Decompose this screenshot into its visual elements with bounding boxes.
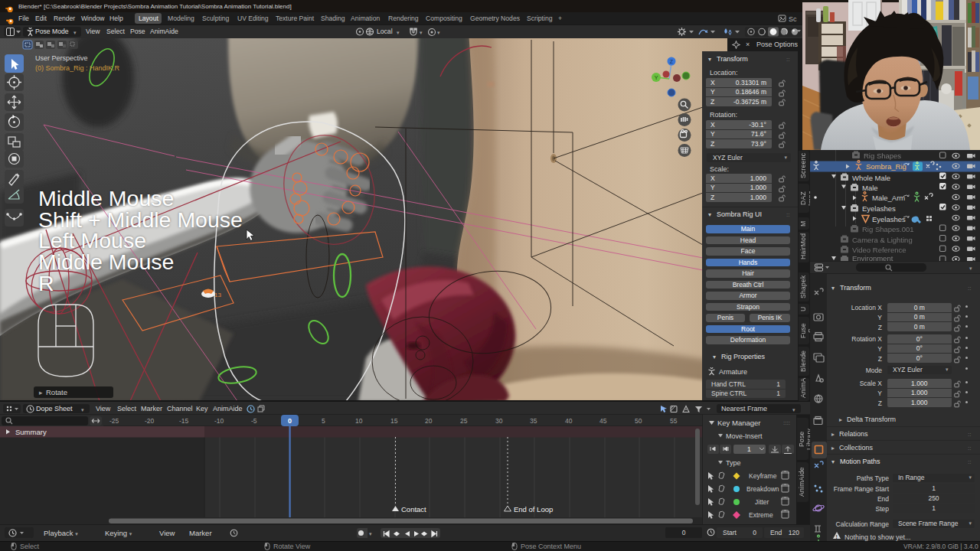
svg-text:1: 1 (747, 445, 751, 453)
svg-text:Extreme: Extreme (749, 511, 773, 519)
svg-text:Sc: Sc (789, 15, 797, 23)
svg-text:Breakdown: Breakdown (746, 485, 779, 493)
svg-text:Keyframe: Keyframe (749, 472, 777, 480)
svg-text:Contact: Contact (401, 505, 426, 514)
svg-text:Move-Insert: Move-Insert (726, 432, 763, 440)
svg-text:Jitter: Jitter (755, 498, 769, 506)
svg-text:Z: Z (670, 59, 674, 64)
svg-text:::::: :::: (783, 419, 790, 426)
svg-text:End of Loop: End of Loop (514, 505, 553, 514)
svg-text:Type: Type (726, 459, 741, 467)
svg-text:Y: Y (655, 75, 658, 80)
svg-text:Key Manager: Key Manager (717, 419, 761, 427)
svg-text:Summary: Summary (15, 428, 47, 436)
